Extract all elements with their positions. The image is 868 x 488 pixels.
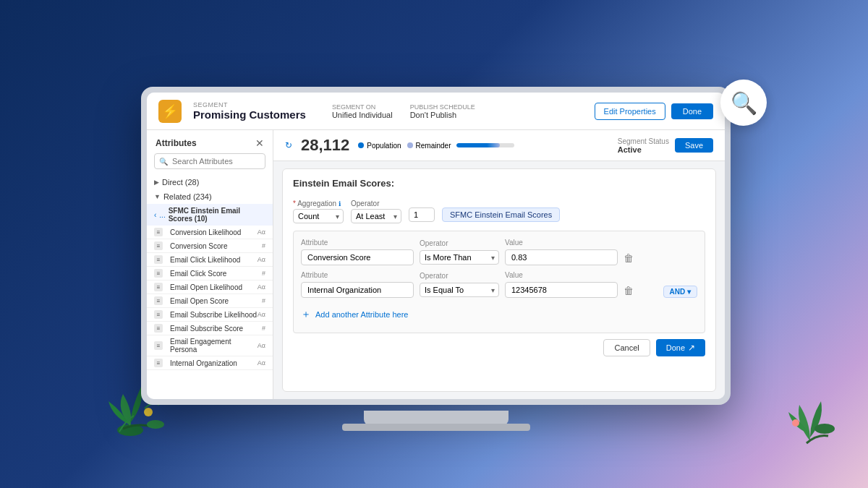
aggregation-info-icon[interactable]: ℹ <box>339 200 341 207</box>
progress-fill <box>456 143 500 147</box>
population-legend-item: Population <box>358 142 401 150</box>
attr-type-badge: Aα <box>258 311 265 318</box>
attr-type-icon: ≡ <box>154 283 163 291</box>
direct-label: Direct (28) <box>162 178 199 187</box>
sidebar-header: Attributes ✕ <box>147 130 273 153</box>
and-badge[interactable]: AND ▾ <box>663 286 697 298</box>
header-meta: Segment On Unified Individual Publish Sc… <box>332 103 475 119</box>
filter-row-2: Attribute Operator Is Equal To Is More T… <box>301 271 697 298</box>
right-panel: ↻ 28,112 Population Remainder <box>273 130 725 399</box>
population-legend: Population Remainder <box>358 142 514 150</box>
list-item[interactable]: ≡ Email Subscribe Score # <box>147 322 273 335</box>
list-item[interactable]: ≡ Conversion Likelihood Aα <box>147 226 273 239</box>
svg-point-2 <box>147 420 164 429</box>
filter-1-attribute-input[interactable] <box>301 249 414 265</box>
filter-1-value-input[interactable] <box>505 249 618 265</box>
save-button[interactable]: Save <box>675 138 713 153</box>
filter-1-op-header: Operator <box>420 239 499 247</box>
related-section-header[interactable]: ▼ Related (234) <box>154 189 265 204</box>
progress-bar <box>456 143 514 147</box>
list-item[interactable]: ≡ Conversion Score # <box>147 239 273 253</box>
list-item[interactable]: ≡ Email Click Likelihood Aα <box>147 253 273 267</box>
laptop-base <box>342 424 530 431</box>
search-bubble-icon: 🔍 <box>731 90 757 116</box>
sidebar-close-button[interactable]: ✕ <box>255 137 264 149</box>
filter-2-operator-select[interactable]: Is Equal To Is More Than Is Less Than <box>420 283 499 297</box>
list-item[interactable]: ≡ Email Open Score # <box>147 294 273 308</box>
stats-bar: ↻ 28,112 Population Remainder <box>273 130 725 161</box>
attr-type-icon: ≡ <box>154 255 163 264</box>
filter-2-attr-header: Attribute <box>301 271 414 279</box>
attr-type-icon: ≡ <box>154 269 163 278</box>
attr-type-badge: Aα <box>258 342 265 349</box>
filter-2-attribute-input[interactable] <box>301 282 414 298</box>
add-attribute-row[interactable]: ＋ Add another Attribute here <box>301 304 697 325</box>
entity-tag: SFMC Einstein Email Scores <box>442 207 560 222</box>
search-attributes-input[interactable] <box>154 153 265 169</box>
attr-name: Email Open Likelihood <box>170 283 242 291</box>
attr-type-badge: Aα <box>258 359 265 367</box>
attribute-list: ≡ Conversion Likelihood Aα ≡ Conversion … <box>147 226 273 399</box>
breadcrumb-back-button[interactable]: ‹ <box>154 211 156 219</box>
header-done-button[interactable]: Done <box>671 103 713 119</box>
attr-type-icon: ≡ <box>154 296 163 305</box>
svg-point-1 <box>144 408 153 416</box>
segment-label: Segment <box>193 101 306 108</box>
attr-type-icon: ≡ <box>154 341 163 350</box>
cancel-button[interactable]: Cancel <box>603 339 650 356</box>
refresh-icon[interactable]: ↻ <box>285 140 292 150</box>
filter-2-delete-button[interactable]: 🗑 <box>624 285 634 296</box>
svg-point-3 <box>792 419 799 427</box>
filter-2-value-input[interactable] <box>505 282 618 298</box>
aggregation-number-input[interactable] <box>409 207 435 222</box>
attr-type-badge: # <box>262 270 265 277</box>
sidebar-search-icon: 🔍 <box>159 158 168 166</box>
attr-name: Email Engagement Persona <box>170 338 258 354</box>
direct-section-header[interactable]: ▶ Direct (28) <box>154 175 265 189</box>
done-action-button[interactable]: Done ↗ <box>656 339 705 356</box>
attr-type-icon: ≡ <box>154 228 163 236</box>
aggregation-select[interactable]: Count Sum Avg <box>293 209 344 223</box>
operator-label-wrap: Operator At Least At Most Exactly <box>351 196 401 223</box>
cursor-icon: ↗ <box>688 343 695 353</box>
list-item[interactable]: ≡ Email Engagement Persona Aα <box>147 335 273 356</box>
direct-chevron-icon: ▶ <box>154 179 159 186</box>
logo-icon: ⚡ <box>162 103 178 119</box>
attr-name: Email Subscribe Score <box>170 325 243 333</box>
operator-select-wrap: At Least At Most Exactly <box>351 209 401 223</box>
operator-select[interactable]: At Least At Most Exactly <box>351 209 401 223</box>
segment-status-label: Segment Status <box>618 137 669 145</box>
filter-row-1: Attribute Operator Is More Than Is Less … <box>301 239 697 265</box>
aggregation-label-wrap: * Aggregation ℹ Count Sum Avg <box>293 196 344 223</box>
attr-type-badge: Aα <box>258 228 265 236</box>
action-row: Cancel Done ↗ <box>293 333 705 359</box>
filter-1-delete-button[interactable]: 🗑 <box>624 252 634 264</box>
remainder-dot <box>407 142 413 148</box>
filter-area: Attribute Operator Is More Than Is Less … <box>293 231 705 333</box>
attr-type-badge: Aα <box>258 256 265 263</box>
filter-1-val-col: Value <box>505 239 618 265</box>
related-chevron-icon: ▼ <box>154 193 161 200</box>
list-item[interactable]: ≡ Email Open Likelihood Aα <box>147 281 273 294</box>
filter-2-operator-select-wrap: Is Equal To Is More Than Is Less Than <box>420 283 499 297</box>
attr-type-badge: # <box>262 242 265 249</box>
segment-block-title: Einstein Email Scores: <box>293 178 705 189</box>
remainder-legend-item: Remainder <box>407 142 451 150</box>
list-item[interactable]: ≡ Email Click Score # <box>147 267 273 281</box>
list-item[interactable]: ≡ Internal Organization Aα <box>147 356 273 370</box>
plant-right-decoration <box>774 380 846 445</box>
filter-1-attr-header: Attribute <box>301 239 414 247</box>
svg-point-4 <box>814 424 835 434</box>
list-item[interactable]: ≡ Email Subscribe Likelihood Aα <box>147 308 273 322</box>
edit-properties-button[interactable]: Edit Properties <box>595 103 665 120</box>
laptop-screen: ⚡ Segment Promising Customers Segment On… <box>147 93 725 399</box>
done-action-label: Done <box>666 343 685 352</box>
filter-1-val-header: Value <box>505 239 618 247</box>
filter-1-op-col: Operator Is More Than Is Less Than Is Eq… <box>420 239 499 265</box>
filter-1-operator-select-wrap: Is More Than Is Less Than Is Equal To <box>420 250 499 265</box>
breadcrumb-dots: ... <box>159 211 165 219</box>
add-attr-plus-icon: ＋ <box>301 308 311 321</box>
filter-1-operator-select[interactable]: Is More Than Is Less Than Is Equal To <box>420 250 499 265</box>
aggregation-select-wrap: Count Sum Avg <box>293 209 344 223</box>
attr-type-icon: ≡ <box>154 359 163 367</box>
